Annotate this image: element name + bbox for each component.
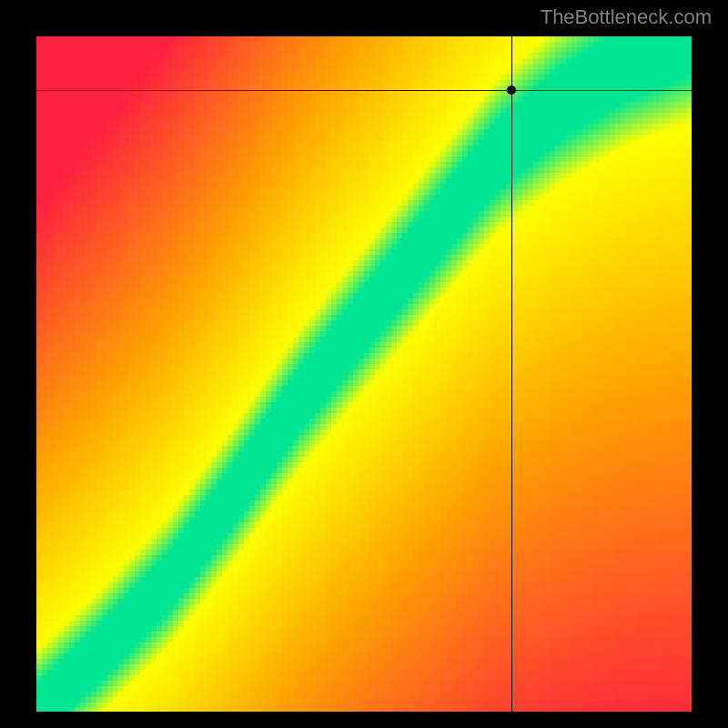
heatmap-plot xyxy=(36,36,692,712)
watermark-text: TheBottleneck.com xyxy=(541,5,712,29)
chart-container: TheBottleneck.com xyxy=(0,0,728,728)
heatmap-canvas xyxy=(36,36,692,712)
crosshair-horizontal xyxy=(36,90,692,91)
crosshair-vertical xyxy=(511,36,512,712)
data-point-marker xyxy=(507,86,516,95)
